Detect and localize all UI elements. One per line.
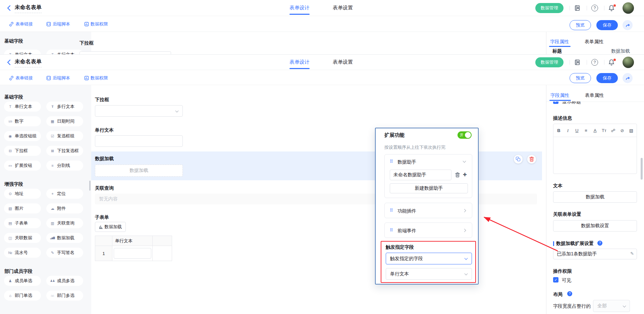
form-title[interactable]: 未命名表单 <box>15 4 42 13</box>
sidebar-item-member-single[interactable]: ♟成员单选 <box>4 276 41 286</box>
props-scrollbar[interactable] <box>641 158 643 180</box>
font-color-icon[interactable]: A <box>592 128 598 133</box>
frontend-event-card[interactable]: ⠿ 前端事件 <box>384 223 472 238</box>
address-book-icon[interactable] <box>574 59 580 65</box>
drag-handle-icon[interactable]: ⠿ <box>390 208 393 213</box>
underline-icon[interactable]: U <box>574 128 580 133</box>
sidebar-item-datetime[interactable]: ▦日期时间 <box>46 116 83 126</box>
move-assistant-icon[interactable]: ✚ <box>463 172 467 177</box>
form-link-button[interactable]: 表单链接 <box>9 21 33 27</box>
sidebar-item-relation-data[interactable]: ◫关联数据 <box>4 233 41 243</box>
form-link-button[interactable]: 表单链接 <box>9 75 33 81</box>
delete-assistant-icon[interactable] <box>455 172 460 178</box>
tab-form-design[interactable]: 表单设计 <box>289 5 310 11</box>
relation-form-input[interactable]: 数据加载设置 <box>553 220 637 232</box>
sidebar-item-data-load[interactable]: ▂▅▇数据加载 <box>46 233 83 243</box>
edit-icon[interactable]: ✎ <box>630 251 634 256</box>
avatar[interactable] <box>623 2 634 14</box>
save-button[interactable]: 保存 <box>596 20 618 30</box>
text-value-input[interactable]: 数据加载 <box>553 191 637 203</box>
field-dropdown-input[interactable] <box>95 105 183 117</box>
sidebar-scrollbar[interactable] <box>89 181 91 191</box>
backend-script-button[interactable]: 后端脚本 <box>46 75 70 81</box>
tab-form-design[interactable]: 表单设计 <box>289 59 310 65</box>
visible-checkbox[interactable]: ✓ <box>553 277 558 282</box>
font-size-icon[interactable]: Tᴛ <box>601 128 607 133</box>
backend-script-button[interactable]: 后端脚本 <box>46 21 70 27</box>
sidebar-item-address[interactable]: ⊙地址 <box>4 189 41 199</box>
sidebar-item-multi-select[interactable]: ⊠下拉复选框 <box>46 146 83 156</box>
data-permission-button[interactable]: 数据权限 <box>84 75 108 81</box>
sidebar-item-lookup[interactable]: ▥关联查询 <box>46 218 83 228</box>
outer-tab-field-props[interactable]: 字段属性 <box>550 39 569 45</box>
help-icon[interactable]: ? <box>591 5 598 11</box>
sidebar-item-location[interactable]: ⌖定位 <box>46 189 83 199</box>
preview-button[interactable]: 预览 <box>570 73 591 83</box>
save-button[interactable]: 保存 <box>596 73 618 83</box>
back-icon[interactable] <box>7 59 11 65</box>
sidebar-item-single-line-text[interactable]: T 单行文本 <box>4 50 41 54</box>
expand-icon[interactable] <box>463 229 466 232</box>
ext-setting-input[interactable]: 已添加1条数据助手✎ <box>553 249 637 259</box>
data-manage-button[interactable]: 数据管理 <box>535 3 564 13</box>
subform-dataload-button[interactable]: 数据加载 <box>95 222 126 232</box>
sidebar-item-number[interactable]: 123数字 <box>4 116 41 126</box>
tab-form-properties[interactable]: 表单属性 <box>585 92 604 99</box>
align-icon[interactable]: ≡ <box>583 128 589 133</box>
outer-dropdown-input[interactable] <box>79 51 171 54</box>
show-title-checkbox[interactable]: ✓ <box>553 102 558 104</box>
sidebar-item-single-line-text[interactable]: T单行文本 <box>4 102 41 112</box>
data-permission-button[interactable]: 数据权限 <box>84 21 108 27</box>
data-manage-button[interactable]: 数据管理 <box>535 57 564 67</box>
field-width-select[interactable]: 全部 <box>593 300 630 312</box>
sidebar-item-multi-line-text[interactable]: Ŧ 多行文本 <box>46 50 83 54</box>
remove-link-icon[interactable]: ⊘ <box>619 128 626 133</box>
sidebar-item-dept-single[interactable]: ⌂部门单选 <box>4 291 41 301</box>
trigger-mode-select[interactable]: 触发指定的字段 <box>386 253 472 264</box>
address-book-icon[interactable] <box>574 5 580 11</box>
outer-tab-form-props[interactable]: 表单属性 <box>585 39 603 45</box>
trigger-field-select[interactable]: 单行文本 <box>386 268 472 280</box>
assistant-name-input[interactable]: 未命名数据助手 <box>390 170 451 180</box>
field-text-input[interactable] <box>95 135 183 147</box>
sidebar-item-select[interactable]: ⊟下拉框 <box>4 146 41 156</box>
sidebar-item-divider-line[interactable]: ≡分割线 <box>46 161 83 171</box>
form-title[interactable]: 未命名表单 <box>15 58 42 67</box>
sidebar-item-extend-button[interactable]: ▭扩展按钮 <box>4 161 41 171</box>
sidebar-item-multi-line-text[interactable]: Ŧ多行文本 <box>46 102 83 112</box>
bold-icon[interactable]: B <box>555 128 562 133</box>
copy-field-button[interactable] <box>514 155 523 164</box>
tab-field-properties[interactable]: 字段属性 <box>550 92 569 99</box>
rich-text-editor[interactable]: B I U ≡ A Tᴛ ☍ ⊘ ▧ <box>553 124 637 174</box>
back-icon[interactable] <box>7 5 11 11</box>
extension-toggle[interactable]: 开 <box>458 131 472 139</box>
sidebar-item-subform[interactable]: ▤子表单 <box>4 218 41 228</box>
sidebar-item-checkbox-group[interactable]: ☑复选框组 <box>46 131 83 141</box>
sidebar-item-radio-group[interactable]: ◉单选按钮组 <box>4 131 41 141</box>
ext-help-icon[interactable]: ? <box>597 241 602 246</box>
share-button[interactable] <box>623 20 633 30</box>
layout-help-icon[interactable]: ? <box>567 291 572 296</box>
avatar[interactable] <box>623 57 634 68</box>
new-assistant-button[interactable]: 新建数据助手 <box>390 183 468 193</box>
sidebar-item-image[interactable]: ▧图片 <box>4 203 41 213</box>
drag-handle-icon[interactable]: ⠿ <box>390 228 393 233</box>
insert-image-icon[interactable]: ▧ <box>628 128 635 133</box>
sidebar-item-serial-number[interactable]: №流水号 <box>4 248 41 258</box>
share-button[interactable] <box>623 73 633 83</box>
help-icon[interactable]: ? <box>591 59 598 66</box>
sidebar-item-dept-multi[interactable]: ⌂⌂部门多选 <box>46 291 83 301</box>
insert-link-icon[interactable]: ☍ <box>610 128 616 133</box>
italic-icon[interactable]: I <box>565 128 571 133</box>
field-dataload-button[interactable]: 数据加载 <box>95 165 183 177</box>
plugin-card[interactable]: ⠿ 功能插件 <box>384 203 472 218</box>
sidebar-item-attachment[interactable]: ☁附件 <box>46 203 83 213</box>
sidebar-item-signature[interactable]: ✎手写签名 <box>46 248 83 258</box>
expand-icon[interactable] <box>463 209 466 212</box>
preview-button[interactable]: 预览 <box>570 20 591 30</box>
delete-field-button[interactable] <box>527 155 536 164</box>
table-cell-input[interactable] <box>114 248 151 259</box>
sidebar-item-member-multi[interactable]: ♟♟成员多选 <box>46 276 83 286</box>
tab-form-settings[interactable]: 表单设置 <box>333 5 353 11</box>
drag-handle-icon[interactable]: ⠿ <box>390 159 393 164</box>
